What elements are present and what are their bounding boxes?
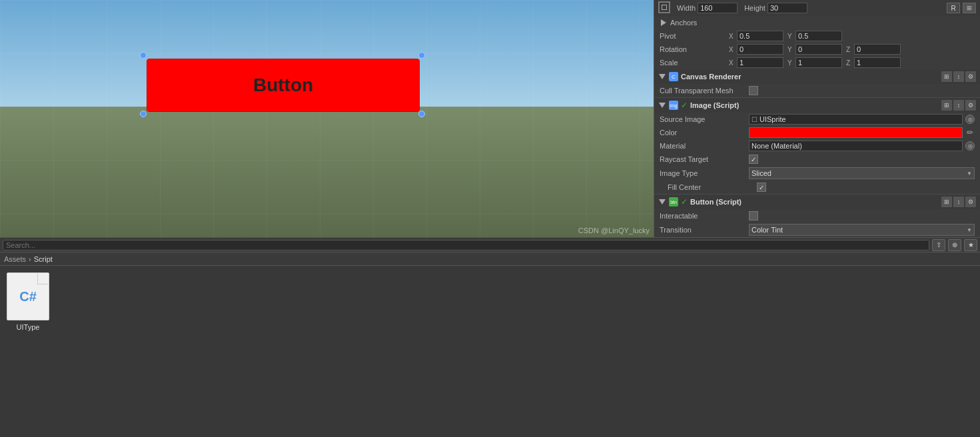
toolbar-icon-star[interactable]: ★ — [964, 239, 977, 251]
interactable-checkbox[interactable] — [749, 211, 758, 220]
canvas-renderer-icons: ⊞ ↕ ⚙ — [941, 71, 976, 82]
rotation-x-item: X — [729, 44, 783, 55]
canvas-renderer-btn2[interactable]: ↕ — [953, 71, 964, 82]
pivot-x-input[interactable] — [737, 31, 783, 41]
toolbar-icon-tag[interactable]: ⊕ — [948, 239, 961, 251]
image-color-field[interactable] — [749, 127, 963, 138]
handle-tr[interactable] — [418, 52, 425, 59]
rotation-row: Rotation X Y Z — [654, 43, 980, 56]
search-input[interactable] — [3, 240, 929, 250]
image-type-label: Image Type — [660, 169, 746, 177]
interactable-label: Interactable — [660, 212, 746, 220]
pivot-label: Pivot — [660, 32, 726, 40]
button-script-btn3[interactable]: ⚙ — [965, 197, 976, 207]
material-ref[interactable]: None (Material) — [749, 141, 963, 151]
image-color-pencil[interactable]: ✏ — [965, 128, 975, 137]
scale-y-item: Y — [787, 57, 842, 68]
toolbar-icon-share[interactable]: ⇧ — [932, 239, 945, 251]
height-item: Height — [744, 3, 807, 13]
pivot-y-input[interactable] — [795, 31, 842, 41]
transition-row: Transition Color Tint ▼ — [654, 222, 980, 237]
pivot-row: Pivot X Y — [654, 29, 980, 43]
image-script-icons: ⊞ ↕ ⚙ — [941, 100, 976, 111]
height-input[interactable] — [767, 3, 807, 13]
material-circle[interactable]: ◎ — [965, 141, 975, 151]
button-script-checkmark: ✓ — [681, 197, 688, 207]
material-value: None (Material) — [751, 142, 802, 150]
breadcrumb-assets[interactable]: Assets — [4, 255, 26, 263]
image-script-btn3[interactable]: ⚙ — [965, 100, 976, 111]
anchors-row: Anchors — [654, 16, 980, 29]
scale-y-input[interactable] — [795, 57, 842, 68]
anchors-toggle[interactable] — [660, 19, 668, 27]
image-script-header: img ✓ Image (Script) ⊞ ↕ ⚙ — [654, 98, 980, 113]
image-script-btn1[interactable]: ⊞ — [941, 100, 952, 111]
canvas-renderer-btn3[interactable]: ⚙ — [965, 71, 976, 82]
button-script-btn2[interactable]: ↕ — [953, 197, 964, 207]
image-script-section: img ✓ Image (Script) ⊞ ↕ ⚙ Source Image … — [654, 98, 980, 195]
transition-dropdown[interactable]: Color Tint ▼ — [749, 224, 975, 236]
rotation-y-axis: Y — [787, 46, 794, 53]
handle-br[interactable] — [418, 111, 425, 117]
button-script-header: btn ✓ Button (Script) ⊞ ↕ ⚙ — [654, 195, 980, 209]
scale-z-item: Z — [846, 57, 901, 68]
material-row: Material None (Material) ◎ — [654, 139, 980, 153]
rotation-z-input[interactable] — [854, 44, 901, 55]
pivot-x-axis: X — [729, 33, 735, 40]
source-image-ref[interactable]: ☐ UISprite — [749, 114, 963, 125]
canvas-renderer-toggle[interactable] — [658, 73, 666, 81]
scene-button-text: Button — [253, 75, 313, 96]
watermark: CSDN @LinQY_lucky — [578, 226, 650, 234]
fill-center-checkbox[interactable] — [757, 183, 766, 192]
source-image-label: Source Image — [660, 115, 746, 123]
button-script-icon: btn — [669, 197, 678, 207]
asset-item-uitype[interactable]: C# UIType — [7, 272, 49, 331]
fill-center-row: Fill Center — [654, 181, 980, 194]
canvas-renderer-section: C Canvas Renderer ⊞ ↕ ⚙ Cull Transparent… — [654, 69, 980, 98]
button-script-btn1[interactable]: ⊞ — [941, 197, 952, 207]
rotation-z-axis: Z — [846, 46, 853, 53]
height-label: Height — [744, 4, 765, 12]
r-button[interactable]: R — [947, 3, 960, 13]
breadcrumb-sep: › — [29, 255, 31, 263]
image-type-dropdown[interactable]: Sliced ▼ — [749, 167, 975, 179]
cull-mesh-checkbox[interactable] — [749, 86, 758, 95]
canvas-renderer-title: Canvas Renderer — [681, 73, 939, 81]
scene-button[interactable]: Button — [147, 59, 420, 112]
rotation-y-input[interactable] — [795, 44, 842, 55]
scale-row: Scale X Y Z — [654, 56, 980, 69]
image-color-label: Color — [660, 129, 746, 137]
rect-transform-wh: Width Height R ⊞ — [654, 0, 980, 16]
button-script-title: Button (Script) — [690, 198, 939, 206]
scale-y-axis: Y — [787, 59, 794, 67]
fill-center-label: Fill Center — [668, 183, 754, 191]
raycast-checkbox[interactable] — [749, 155, 758, 164]
canvas-renderer-header: C Canvas Renderer ⊞ ↕ ⚙ — [654, 69, 980, 84]
assets-content: C# UIType — [0, 266, 980, 437]
breadcrumb-script[interactable]: Script — [34, 255, 53, 263]
scale-x-input[interactable] — [737, 57, 783, 68]
canvas-renderer-btn1[interactable]: ⊞ — [941, 71, 952, 82]
rotation-z-item: Z — [846, 44, 901, 55]
scale-z-axis: Z — [846, 59, 853, 67]
canvas-renderer-icon: C — [669, 72, 678, 81]
handle-bl[interactable] — [140, 111, 147, 117]
image-type-value: Sliced — [751, 169, 771, 177]
extra-btn[interactable]: ⊞ — [963, 3, 976, 13]
width-input[interactable] — [698, 3, 737, 13]
raycast-row: Raycast Target — [654, 153, 980, 166]
handle-tl[interactable] — [140, 52, 147, 59]
scale-z-input[interactable] — [854, 57, 901, 68]
image-script-toggle[interactable] — [658, 101, 666, 109]
button-script-toggle[interactable] — [658, 198, 666, 206]
width-label: Width — [677, 4, 696, 12]
scale-x-axis: X — [729, 59, 735, 67]
asset-label: UIType — [17, 323, 40, 331]
image-script-btn2[interactable]: ↕ — [953, 100, 964, 111]
transition-label: Transition — [660, 226, 746, 234]
rotation-x-input[interactable] — [737, 44, 783, 55]
pivot-xy-group: X Y — [729, 31, 975, 41]
source-image-circle[interactable]: ◎ — [965, 115, 975, 124]
transition-arrow: ▼ — [967, 227, 972, 233]
image-script-icon: img — [669, 101, 678, 110]
